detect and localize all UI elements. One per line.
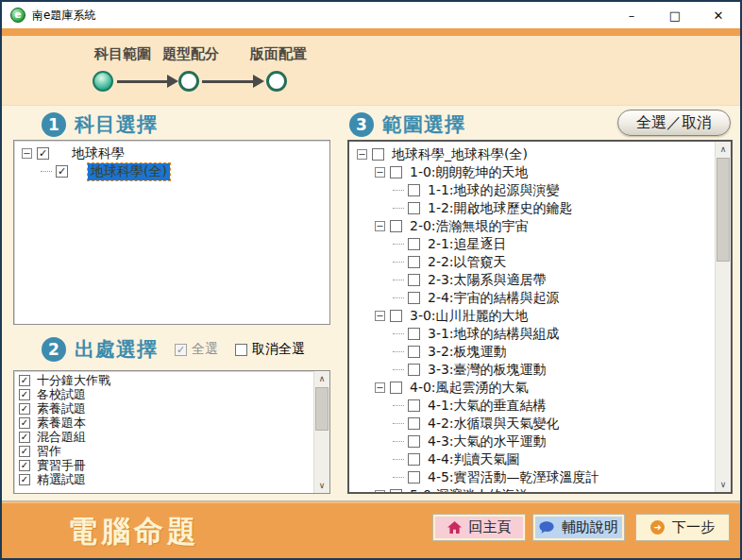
checkbox-icon[interactable]: ✓ xyxy=(19,474,30,485)
tree-node-label[interactable]: 5-0:深邃迷人的海洋 xyxy=(407,487,531,495)
minimize-button[interactable]: – xyxy=(610,2,653,28)
tree-expander-icon[interactable]: − xyxy=(375,490,385,494)
tree-node-label[interactable]: 4-2:水循環與天氣變化 xyxy=(425,416,563,433)
checkbox-icon[interactable] xyxy=(372,148,384,161)
tree-node-label[interactable]: 4-1:大氣的垂直結構 xyxy=(425,398,549,415)
tree-node[interactable]: 4-3:大氣的水平運動 xyxy=(353,433,714,450)
checkbox-icon[interactable]: ✓ xyxy=(19,375,30,386)
tree-node-label[interactable]: 2-4:宇宙的結構與起源 xyxy=(425,290,563,307)
step-circle-3[interactable] xyxy=(266,71,287,92)
tree-expander-icon[interactable]: − xyxy=(375,311,385,321)
tree-node-label[interactable]: 1-2:開啟地球歷史的鑰匙 xyxy=(425,200,576,217)
tree-node[interactable]: ✓地球科學(全) xyxy=(16,162,328,180)
checkbox-icon[interactable] xyxy=(390,220,402,232)
tree-node[interactable]: −3-0:山川壯麗的大地 xyxy=(353,307,714,325)
tree-node[interactable]: 3-1:地球的結構與組成 xyxy=(353,325,714,343)
tree-node[interactable]: −✓地球科學 xyxy=(16,144,328,162)
tree-node[interactable]: 4-5:實習活動—乾溼球溫度計 xyxy=(353,468,714,486)
tree-node[interactable]: −地球科學_地球科學(全) xyxy=(353,145,714,163)
checkbox-icon[interactable] xyxy=(408,435,420,448)
checkbox-icon[interactable] xyxy=(408,471,420,484)
checkbox-icon[interactable]: ✓ xyxy=(19,446,30,457)
tree-node-label[interactable]: 3-0:山川壯麗的大地 xyxy=(407,308,531,325)
help-button[interactable]: 輔助說明 xyxy=(533,515,624,540)
checkbox-icon[interactable] xyxy=(408,238,420,250)
checkbox-icon[interactable] xyxy=(390,166,402,178)
scroll-down-button[interactable]: ∨ xyxy=(716,477,731,492)
tree-node-label[interactable]: 4-3:大氣的水平運動 xyxy=(425,433,549,450)
tree-node-label[interactable]: 地球科學 xyxy=(69,145,127,162)
select-all-checkbox[interactable]: ✓ 全選 xyxy=(175,341,218,358)
tree-node-label[interactable]: 地球科學(全) xyxy=(88,163,170,180)
tree-node-label[interactable]: 3-1:地球的結構與組成 xyxy=(425,326,563,343)
tree-expander-icon[interactable]: − xyxy=(375,221,385,231)
step-circle-2[interactable] xyxy=(178,71,199,92)
step-circle-1[interactable] xyxy=(93,71,113,92)
checkbox-icon[interactable] xyxy=(390,489,402,494)
tree-node-label[interactable]: 4-5:實習活動—乾溼球溫度計 xyxy=(425,469,602,486)
tree-node[interactable]: 3-2:板塊運動 xyxy=(353,343,714,361)
scroll-thumb[interactable] xyxy=(315,387,329,431)
checkbox-icon[interactable] xyxy=(408,274,420,286)
checkbox-icon[interactable] xyxy=(390,382,402,394)
tree-node-label[interactable]: 1-0:朗朗乾坤的天地 xyxy=(407,164,531,181)
tree-node-label[interactable]: 2-1:追星逐日 xyxy=(425,236,510,253)
tree-node-label[interactable]: 2-0:浩瀚無垠的宇宙 xyxy=(407,218,531,235)
tree-node[interactable]: 4-4:判讀天氣圖 xyxy=(353,450,714,468)
deselect-all-checkbox[interactable]: 取消全選 xyxy=(235,341,305,358)
maximize-button[interactable]: □ xyxy=(653,2,697,28)
tree-node-label[interactable]: 3-3:臺灣的板塊運動 xyxy=(425,362,549,379)
tree-node[interactable]: 1-1:地球的起源與演變 xyxy=(353,181,714,199)
tree-node-label[interactable]: 地球科學_地球科學(全) xyxy=(389,146,531,163)
tree-node[interactable]: 2-4:宇宙的結構與起源 xyxy=(353,289,714,307)
tree-node-label[interactable]: 2-3:太陽系與適居帶 xyxy=(425,272,549,289)
checkbox-icon[interactable] xyxy=(390,310,402,322)
tree-node-label[interactable]: 1-1:地球的起源與演變 xyxy=(425,182,563,199)
tree-node[interactable]: 2-3:太陽系與適居帶 xyxy=(353,271,714,289)
checkbox-icon[interactable]: ✓ xyxy=(19,432,30,443)
tree-expander-icon[interactable]: − xyxy=(375,167,385,178)
tree-node-label[interactable]: 4-4:判讀天氣圖 xyxy=(425,451,523,468)
tree-node-label[interactable]: 3-2:板塊運動 xyxy=(425,344,510,361)
tree-node[interactable]: 3-3:臺灣的板塊運動 xyxy=(353,361,714,379)
checkbox-icon[interactable] xyxy=(408,256,420,268)
tree-node-label[interactable]: 2-2:以管窺天 xyxy=(425,254,510,271)
checkbox-icon[interactable]: ✓ xyxy=(19,460,30,471)
scroll-thumb[interactable] xyxy=(717,158,730,262)
checkbox-icon[interactable]: ✓ xyxy=(56,165,68,178)
home-button[interactable]: 回主頁 xyxy=(433,515,525,540)
scrollbar[interactable]: ∧ ∨ xyxy=(715,142,731,492)
scroll-down-button[interactable]: ∨ xyxy=(314,478,329,493)
checkbox-icon[interactable]: ✓ xyxy=(175,344,187,356)
checkbox-icon[interactable] xyxy=(408,328,420,340)
tree-expander-icon[interactable]: − xyxy=(22,148,32,159)
checkbox-icon[interactable] xyxy=(408,417,420,430)
scrollbar[interactable]: ∧ ∨ xyxy=(313,371,329,493)
select-all-toggle-button[interactable]: 全選／取消 xyxy=(617,110,731,136)
tree-node[interactable]: 4-1:大氣的垂直結構 xyxy=(353,397,714,415)
checkbox-icon[interactable] xyxy=(408,364,420,376)
tree-node-label[interactable]: 4-0:風起雲湧的大氣 xyxy=(407,380,531,397)
checkbox-icon[interactable] xyxy=(408,399,420,412)
next-button[interactable]: ➜ 下一步 xyxy=(636,515,729,540)
checkbox-icon[interactable] xyxy=(235,344,247,356)
checkbox-icon[interactable] xyxy=(408,184,420,196)
tree-node[interactable]: 2-2:以管窺天 xyxy=(353,253,714,271)
tree-node[interactable]: −1-0:朗朗乾坤的天地 xyxy=(353,163,714,181)
checkbox-icon[interactable]: ✓ xyxy=(19,403,30,415)
checkbox-icon[interactable]: ✓ xyxy=(19,417,30,429)
tree-node[interactable]: −4-0:風起雲湧的大氣 xyxy=(353,379,714,397)
checkbox-icon[interactable]: ✓ xyxy=(19,389,30,400)
tree-expander-icon[interactable]: − xyxy=(357,149,367,160)
scroll-up-button[interactable]: ∧ xyxy=(314,371,329,386)
scroll-up-button[interactable]: ∧ xyxy=(716,142,731,157)
checkbox-icon[interactable] xyxy=(408,346,420,358)
tree-expander-icon[interactable]: − xyxy=(375,382,385,393)
list-item[interactable]: ✓精選試題 xyxy=(16,472,312,486)
tree-node[interactable]: 1-2:開啟地球歷史的鑰匙 xyxy=(353,199,714,217)
tree-node[interactable]: 2-1:追星逐日 xyxy=(353,235,714,253)
tree-node[interactable]: 4-2:水循環與天氣變化 xyxy=(353,415,714,433)
checkbox-icon[interactable] xyxy=(408,453,420,466)
close-button[interactable]: ✕ xyxy=(697,2,740,28)
checkbox-icon[interactable]: ✓ xyxy=(37,147,49,160)
